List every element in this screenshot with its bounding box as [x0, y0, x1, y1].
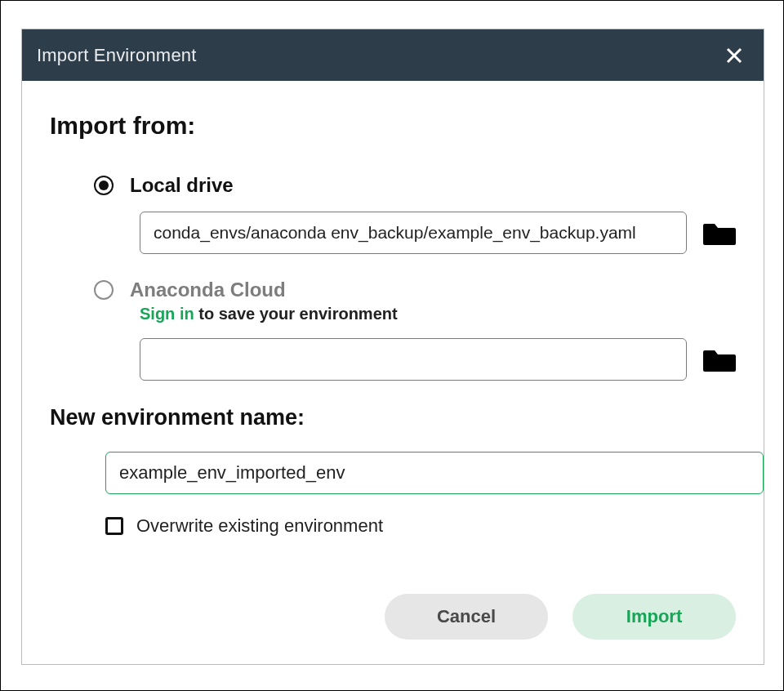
titlebar: Import Environment	[22, 29, 764, 81]
close-icon	[725, 47, 743, 65]
dialog-title: Import Environment	[37, 45, 197, 66]
overwrite-label: Overwrite existing environment	[136, 515, 383, 537]
close-button[interactable]	[723, 44, 746, 67]
local-drive-radio[interactable]	[94, 176, 114, 195]
environment-name-input[interactable]	[105, 452, 764, 494]
folder-icon	[703, 219, 736, 247]
cloud-signin-rest: to save your environment	[194, 305, 398, 323]
dialog-footer: Cancel Import	[385, 594, 736, 640]
cancel-button[interactable]: Cancel	[385, 594, 548, 640]
browse-cloud-button[interactable]	[703, 346, 736, 373]
import-environment-dialog: Import Environment Import from: Local dr…	[21, 29, 764, 665]
anaconda-cloud-label: Anaconda Cloud	[130, 279, 286, 301]
folder-icon	[703, 346, 736, 373]
import-button[interactable]: Import	[572, 594, 736, 640]
cloud-path-input[interactable]	[140, 338, 687, 381]
new-env-name-heading: New environment name:	[50, 405, 736, 430]
local-drive-label: Local drive	[130, 174, 234, 197]
local-drive-path-input[interactable]	[140, 212, 687, 254]
anaconda-cloud-radio[interactable]	[94, 280, 114, 300]
overwrite-checkbox[interactable]	[105, 517, 123, 535]
import-from-heading: Import from:	[50, 112, 736, 140]
sign-in-link[interactable]: Sign in	[140, 305, 194, 323]
cloud-signin-hint: Sign in to save your environment	[140, 305, 736, 323]
browse-local-button[interactable]	[703, 219, 736, 247]
